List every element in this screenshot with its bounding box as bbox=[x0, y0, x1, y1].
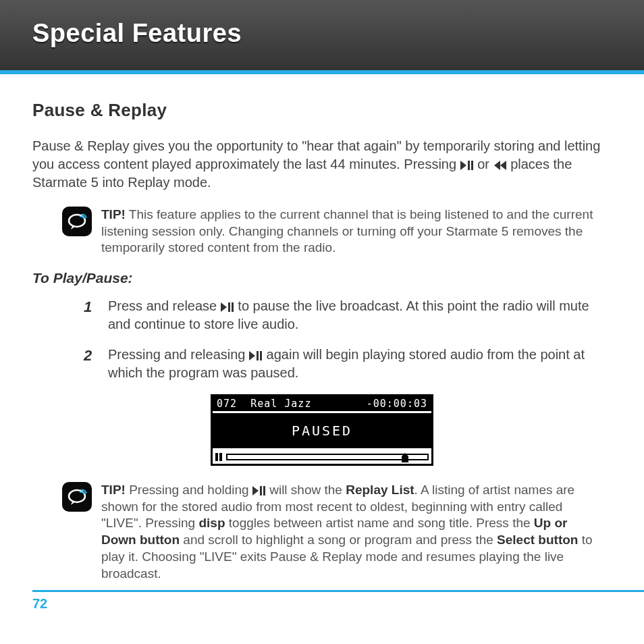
svg-marker-13 bbox=[252, 486, 259, 495]
tip-2-mid3: toggles between artist name and song tit… bbox=[225, 516, 534, 530]
svg-rect-2 bbox=[471, 161, 473, 170]
step-2: Pressing and releasing again will begin … bbox=[84, 346, 612, 382]
svg-rect-10 bbox=[257, 351, 259, 360]
page-number: 72 bbox=[32, 596, 47, 611]
play-pause-icon bbox=[252, 486, 266, 495]
progress-bar bbox=[226, 454, 429, 460]
intro-paragraph: Pause & Replay gives you the opportunity… bbox=[32, 137, 612, 192]
svg-marker-6 bbox=[221, 302, 227, 312]
svg-rect-15 bbox=[263, 486, 265, 495]
lcd-time: -00:00:03 bbox=[367, 398, 427, 410]
subheading: To Play/Pause: bbox=[32, 270, 612, 286]
tip-block-2: TIP! Pressing and holding will show the … bbox=[62, 482, 612, 582]
step-1: Press and release to pause the live broa… bbox=[84, 297, 612, 333]
pause-icon bbox=[215, 453, 223, 461]
tip-block-1: TIP! This feature applies to the current… bbox=[62, 207, 612, 257]
lcd-display: 072 Real Jazz -00:00:03 PAUSED bbox=[211, 394, 433, 466]
tip-icon bbox=[62, 207, 92, 236]
svg-rect-8 bbox=[232, 302, 234, 312]
page-title: Special Features bbox=[32, 19, 612, 48]
page-content: Pause & Replay Pause & Replay gives you … bbox=[0, 74, 644, 582]
svg-marker-0 bbox=[460, 161, 466, 170]
svg-rect-11 bbox=[260, 351, 262, 360]
svg-rect-7 bbox=[228, 302, 230, 312]
step-1a: Press and release bbox=[108, 298, 221, 313]
lcd-channel: 072 Real Jazz bbox=[217, 398, 311, 410]
rewind-icon bbox=[493, 161, 507, 170]
tip-2-pre: Pressing and holding bbox=[129, 483, 248, 497]
play-pause-icon bbox=[221, 302, 234, 312]
svg-marker-4 bbox=[500, 161, 506, 170]
lcd-status: PAUSED bbox=[213, 411, 431, 450]
lcd-progress-row bbox=[213, 450, 431, 464]
tip-2-mid4: and scroll to highlight a song or progra… bbox=[180, 533, 497, 547]
select-label: Select button bbox=[497, 533, 578, 547]
svg-rect-1 bbox=[468, 161, 470, 170]
play-pause-icon bbox=[460, 161, 474, 170]
tip-2-mid1: will show the bbox=[269, 483, 346, 497]
tip-2-text: TIP! Pressing and holding will show the … bbox=[101, 482, 605, 582]
tip-1-text: TIP! This feature applies to the current… bbox=[101, 207, 605, 257]
section-heading: Pause & Replay bbox=[32, 100, 612, 121]
svg-marker-9 bbox=[249, 351, 255, 360]
play-pause-icon bbox=[249, 351, 263, 360]
page-footer: 72 bbox=[32, 590, 644, 612]
svg-marker-3 bbox=[494, 161, 500, 170]
steps-list: Press and release to pause the live broa… bbox=[84, 297, 612, 382]
page-header: Special Features bbox=[0, 0, 644, 74]
replay-list-label: Replay List bbox=[346, 483, 414, 497]
progress-marker bbox=[402, 453, 408, 462]
step-2a: Pressing and releasing bbox=[108, 347, 245, 362]
tip-icon bbox=[62, 482, 92, 512]
svg-rect-14 bbox=[260, 486, 262, 495]
intro-text-b: or bbox=[477, 157, 489, 171]
disp-label: disp bbox=[198, 516, 225, 530]
tip-2-label: TIP! bbox=[101, 483, 126, 497]
tip-1-label: TIP! bbox=[101, 207, 126, 221]
lcd-top-row: 072 Real Jazz -00:00:03 bbox=[213, 396, 431, 411]
tip-1-body: This feature applies to the current chan… bbox=[101, 207, 593, 254]
